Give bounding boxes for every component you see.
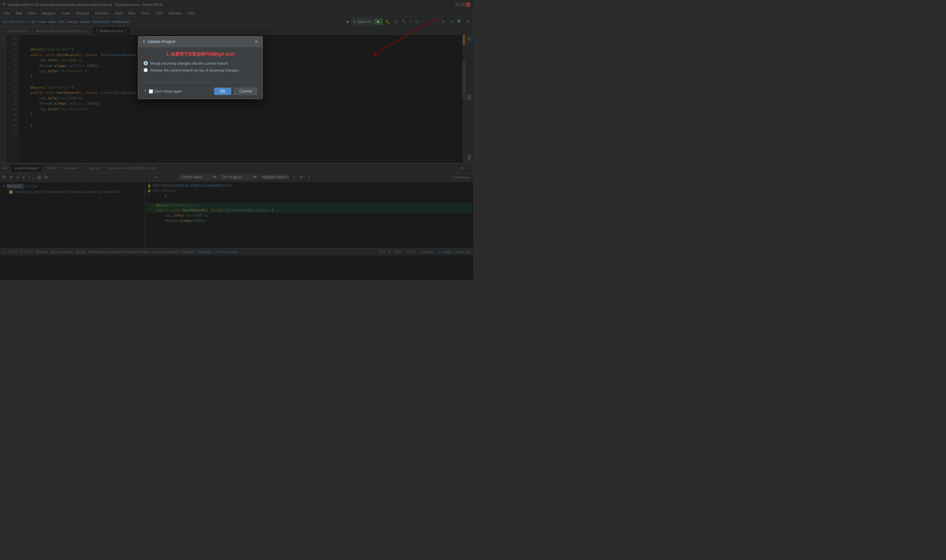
dialog-overlay[interactable]: ⬆ Update Project ✕ 1. 这是用于拉取远程代码的(git pu… [0, 0, 473, 280]
dont-show-again-checkbox[interactable]: Don't show again [149, 89, 182, 94]
dialog-header: ⬆ Update Project ✕ [138, 37, 262, 47]
dialog-body: 1. 这是用于拉取远程代码的(git pull) Merge incoming … [138, 47, 262, 79]
ok-button[interactable]: OK [214, 88, 231, 95]
update-project-dialog: ⬆ Update Project ✕ 1. 这是用于拉取远程代码的(git pu… [138, 36, 263, 99]
cancel-button[interactable]: Cancel [234, 88, 257, 95]
dont-show-again-input[interactable] [149, 89, 153, 94]
dialog-title: ⬆ Update Project [142, 39, 176, 44]
radio-rebase-input[interactable] [143, 68, 148, 72]
radio-merge-input[interactable] [143, 61, 148, 65]
help-icon[interactable]: ? [143, 89, 146, 94]
dialog-divider [138, 82, 262, 82]
dialog-footer: ? Don't show again OK Cancel [138, 86, 262, 99]
dialog-footer-right: OK Cancel [214, 88, 257, 95]
dialog-footer-left: ? Don't show again [143, 89, 182, 94]
radio-merge[interactable]: Merge incoming changes into the current … [143, 61, 257, 65]
dialog-annotation: 1. 这是用于拉取远程代码的(git pull) [143, 51, 257, 57]
dialog-close-button[interactable]: ✕ [254, 39, 259, 44]
radio-rebase[interactable]: Rebase the current branch on top of inco… [143, 68, 257, 72]
